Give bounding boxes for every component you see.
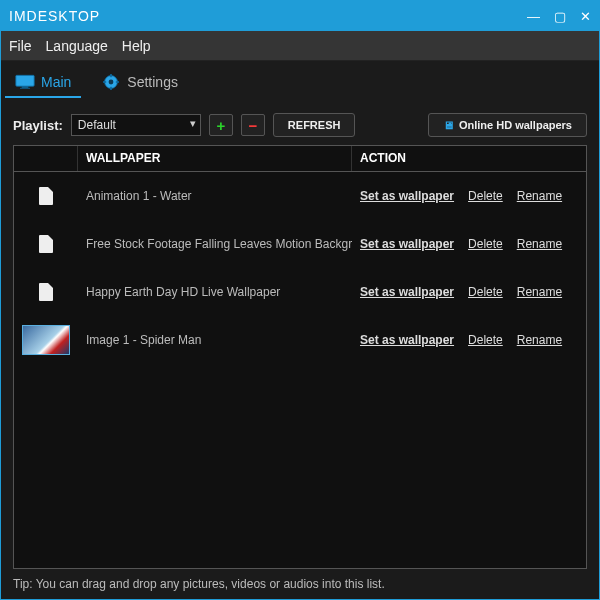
- svg-rect-7: [103, 81, 106, 83]
- delete-link[interactable]: Delete: [468, 237, 503, 251]
- row-actions: Set as wallpaperDeleteRename: [352, 285, 586, 299]
- gear-icon: [101, 74, 121, 90]
- tabs: Main Settings: [1, 61, 599, 105]
- svg-point-4: [109, 80, 114, 85]
- menubar: File Language Help: [1, 31, 599, 61]
- table-row[interactable]: Animation 1 - WaterSet as wallpaperDelet…: [14, 172, 586, 220]
- close-button[interactable]: ✕: [580, 10, 591, 23]
- table-row[interactable]: Happy Earth Day HD Live WallpaperSet as …: [14, 268, 586, 316]
- delete-link[interactable]: Delete: [468, 333, 503, 347]
- menu-language[interactable]: Language: [46, 38, 108, 54]
- row-thumbnail: [14, 172, 78, 220]
- file-icon: [39, 187, 53, 205]
- row-name: Image 1 - Spider Man: [78, 333, 352, 347]
- menu-file[interactable]: File: [9, 38, 32, 54]
- row-actions: Set as wallpaperDeleteRename: [352, 189, 586, 203]
- image-thumbnail-icon: [22, 325, 70, 355]
- remove-button[interactable]: −: [241, 114, 265, 136]
- set-wallpaper-link[interactable]: Set as wallpaper: [360, 333, 454, 347]
- tab-settings[interactable]: Settings: [91, 68, 188, 98]
- tab-settings-label: Settings: [127, 74, 178, 90]
- row-actions: Set as wallpaperDeleteRename: [352, 237, 586, 251]
- wallpapers-table: WALLPAPER ACTION Animation 1 - WaterSet …: [13, 145, 587, 569]
- playlist-label: Playlist:: [13, 118, 63, 133]
- row-name: Free Stock Footage Falling Leaves Motion…: [78, 237, 352, 251]
- svg-rect-0: [16, 75, 34, 86]
- monitor-icon: 🖥: [443, 119, 454, 131]
- set-wallpaper-link[interactable]: Set as wallpaper: [360, 237, 454, 251]
- row-actions: Set as wallpaperDeleteRename: [352, 333, 586, 347]
- row-thumbnail: [14, 316, 78, 364]
- header-wallpaper: WALLPAPER: [78, 146, 352, 171]
- set-wallpaper-link[interactable]: Set as wallpaper: [360, 189, 454, 203]
- refresh-button[interactable]: REFRESH: [273, 113, 356, 137]
- row-name: Happy Earth Day HD Live Wallpaper: [78, 285, 352, 299]
- set-wallpaper-link[interactable]: Set as wallpaper: [360, 285, 454, 299]
- table-row[interactable]: Free Stock Footage Falling Leaves Motion…: [14, 220, 586, 268]
- toolbar: Playlist: Default + − REFRESH 🖥 Online H…: [1, 105, 599, 145]
- rename-link[interactable]: Rename: [517, 237, 562, 251]
- menu-help[interactable]: Help: [122, 38, 151, 54]
- tab-main-label: Main: [41, 74, 71, 90]
- row-thumbnail: [14, 220, 78, 268]
- svg-rect-5: [111, 74, 113, 77]
- rename-link[interactable]: Rename: [517, 285, 562, 299]
- monitor-icon: [15, 74, 35, 90]
- table-header: WALLPAPER ACTION: [14, 146, 586, 172]
- table-row[interactable]: Image 1 - Spider ManSet as wallpaperDele…: [14, 316, 586, 364]
- app-title: IMDESKTOP: [9, 8, 527, 24]
- rename-link[interactable]: Rename: [517, 189, 562, 203]
- playlist-select-value: Default: [78, 118, 116, 132]
- header-action: ACTION: [352, 146, 586, 171]
- tip-text: Tip: You can drag and drop any pictures,…: [1, 569, 599, 599]
- playlist-select[interactable]: Default: [71, 114, 201, 136]
- table-body: Animation 1 - WaterSet as wallpaperDelet…: [14, 172, 586, 568]
- delete-link[interactable]: Delete: [468, 189, 503, 203]
- add-button[interactable]: +: [209, 114, 233, 136]
- svg-rect-8: [116, 81, 119, 83]
- online-wallpapers-button[interactable]: 🖥 Online HD wallpapers: [428, 113, 587, 137]
- titlebar[interactable]: IMDESKTOP — ▢ ✕: [1, 1, 599, 31]
- tab-main[interactable]: Main: [5, 68, 81, 98]
- file-icon: [39, 283, 53, 301]
- rename-link[interactable]: Rename: [517, 333, 562, 347]
- window-controls: — ▢ ✕: [527, 10, 591, 23]
- row-thumbnail: [14, 268, 78, 316]
- refresh-button-label: REFRESH: [288, 119, 341, 131]
- app-window: IMDESKTOP — ▢ ✕ File Language Help Main …: [0, 0, 600, 600]
- maximize-button[interactable]: ▢: [554, 10, 566, 23]
- minus-icon: −: [248, 117, 257, 134]
- minimize-button[interactable]: —: [527, 10, 540, 23]
- delete-link[interactable]: Delete: [468, 285, 503, 299]
- row-name: Animation 1 - Water: [78, 189, 352, 203]
- online-wallpapers-label: Online HD wallpapers: [459, 119, 572, 131]
- file-icon: [39, 235, 53, 253]
- plus-icon: +: [216, 117, 225, 134]
- svg-rect-6: [111, 87, 113, 90]
- svg-rect-1: [22, 86, 29, 88]
- svg-rect-2: [20, 88, 30, 89]
